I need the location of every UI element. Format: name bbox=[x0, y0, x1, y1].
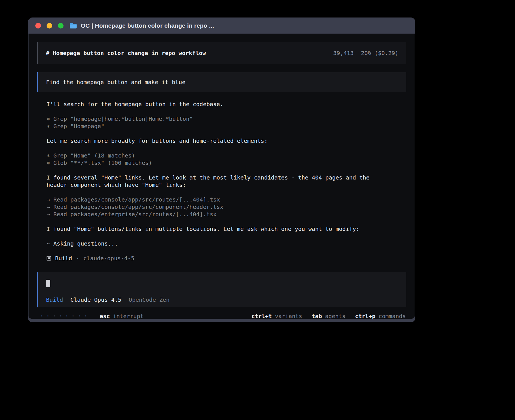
tool-call-grep: ∗ Grep "homepage|home.*button|Home.*butt… bbox=[47, 115, 406, 123]
tool-call-grep: ∗ Grep "Home" (18 matches) bbox=[47, 152, 406, 159]
tool-call-group: ∗ Grep "homepage|home.*button|Home.*butt… bbox=[37, 115, 406, 130]
agent-name: Build bbox=[55, 255, 72, 262]
session-title: # Homepage button color change in repo w… bbox=[46, 49, 206, 57]
session-stats: 39,413 20% ($0.29) bbox=[333, 49, 398, 57]
tool-call-read: → Read packages/console/app/src/componen… bbox=[47, 203, 406, 211]
terminal-content[interactable]: # Homepage button color change in repo w… bbox=[29, 34, 415, 319]
spinner-dots-icon: ········ bbox=[40, 312, 90, 319]
input-agent-mode: Build bbox=[46, 296, 63, 303]
hint-key: ctrl+t bbox=[251, 312, 272, 319]
tool-call-group: ∗ Grep "Home" (18 matches) ∗ Glob "**/*.… bbox=[37, 152, 406, 167]
window-title-group: OC | Homepage button color change in rep… bbox=[69, 22, 214, 29]
assistant-paragraph: I'll search for the homepage button in t… bbox=[37, 100, 378, 108]
input-meta-row: Build Claude Opus 4.5 OpenCode Zen bbox=[46, 296, 398, 303]
asking-questions-status: ~ Asking questions... bbox=[37, 240, 406, 247]
esc-action-label: interrupt bbox=[113, 312, 143, 319]
agent-separator: · bbox=[76, 255, 79, 262]
text-cursor bbox=[46, 280, 50, 287]
tool-call-group: → Read packages/console/app/src/routes/[… bbox=[37, 196, 406, 218]
hint-label: variants bbox=[275, 312, 302, 319]
status-bar-right: ctrl+t variants tab agents ctrl+p comman… bbox=[251, 312, 406, 319]
status-bar-left: ········ esc interrupt bbox=[40, 312, 143, 319]
agent-model: claude-opus-4-5 bbox=[83, 255, 134, 262]
user-message-panel: Find the homepage button and make it blu… bbox=[37, 72, 406, 92]
traffic-lights bbox=[35, 23, 64, 29]
esc-key-label: esc bbox=[100, 312, 110, 319]
status-bar: ········ esc interrupt ctrl+t variants t… bbox=[37, 312, 406, 319]
minimize-window-button[interactable] bbox=[47, 23, 52, 29]
hint-label: agents bbox=[325, 312, 345, 319]
session-header: # Homepage button color change in repo w… bbox=[37, 42, 406, 64]
hint-label: commands bbox=[379, 312, 406, 319]
token-count: 39,413 bbox=[333, 49, 353, 57]
hint-key: tab bbox=[312, 312, 322, 319]
folder-icon bbox=[69, 23, 77, 29]
close-window-button[interactable] bbox=[35, 23, 41, 29]
input-provider: OpenCode Zen bbox=[129, 296, 170, 303]
tool-call-grep: ∗ Grep "Homepage" bbox=[47, 123, 406, 130]
tool-call-read: → Read packages/enterprise/src/routes/[.… bbox=[47, 211, 406, 218]
tool-call-glob: ∗ Glob "**/*.tsx" (100 matches) bbox=[47, 159, 406, 167]
assistant-paragraph: I found several "Home" links. Let me loo… bbox=[37, 174, 378, 189]
hint-agents: tab agents bbox=[312, 312, 345, 319]
window-title: OC | Homepage button color change in rep… bbox=[81, 22, 214, 29]
hint-variants: ctrl+t variants bbox=[251, 312, 302, 319]
assistant-paragraph: Let me search more broadly for buttons a… bbox=[37, 137, 378, 145]
agent-indicator: Build · claude-opus-4-5 bbox=[37, 255, 406, 262]
tool-call-read: → Read packages/console/app/src/routes/[… bbox=[47, 196, 406, 203]
zoom-window-button[interactable] bbox=[58, 23, 64, 29]
prompt-input-panel[interactable]: Build Claude Opus 4.5 OpenCode Zen bbox=[37, 272, 406, 307]
hint-interrupt: esc interrupt bbox=[100, 312, 144, 319]
context-usage: 20% ($0.29) bbox=[361, 49, 398, 57]
window-titlebar[interactable]: OC | Homepage button color change in rep… bbox=[29, 18, 415, 34]
assistant-paragraph: I found "Home" buttons/links in multiple… bbox=[37, 225, 378, 233]
hint-commands: ctrl+p commands bbox=[355, 312, 406, 319]
terminal-window: OC | Homepage button color change in rep… bbox=[28, 18, 415, 322]
user-message-text: Find the homepage button and make it blu… bbox=[46, 78, 186, 86]
input-model-name: Claude Opus 4.5 bbox=[70, 296, 121, 303]
build-agent-icon bbox=[47, 256, 51, 261]
hint-key: ctrl+p bbox=[355, 312, 375, 319]
